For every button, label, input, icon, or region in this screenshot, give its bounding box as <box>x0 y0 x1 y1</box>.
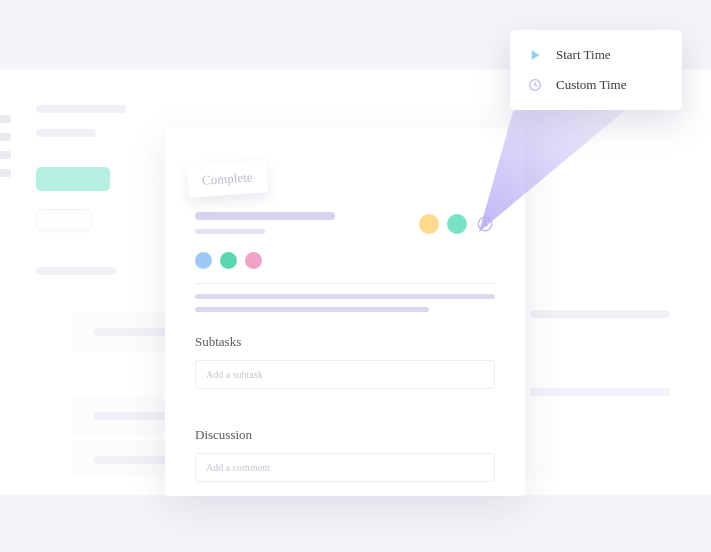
time-tracking-button[interactable] <box>475 214 495 234</box>
divider <box>195 283 495 284</box>
avatar[interactable] <box>447 214 467 234</box>
active-project-pill <box>36 167 110 191</box>
label-dot[interactable] <box>245 252 262 269</box>
label-dots <box>195 252 495 269</box>
subtasks-heading: Subtasks <box>195 334 495 350</box>
sidebar-skeleton <box>0 115 11 123</box>
avatar[interactable] <box>419 214 439 234</box>
add-comment-input[interactable] <box>195 453 495 482</box>
mini-sidebar <box>0 115 11 177</box>
label-dot[interactable] <box>195 252 212 269</box>
time-popup: Start Time Custom Time <box>510 30 682 110</box>
right-column-skeleton <box>530 310 670 466</box>
task-title-skeleton <box>195 212 335 220</box>
custom-time-option[interactable]: Custom Time <box>520 72 672 98</box>
add-subtask-input[interactable] <box>195 360 495 389</box>
label-dot[interactable] <box>220 252 237 269</box>
complete-button[interactable]: Complete <box>187 160 268 197</box>
start-time-option[interactable]: Start Time <box>520 42 672 68</box>
list-skeleton <box>36 129 96 137</box>
clock-icon <box>526 76 544 94</box>
left-list <box>36 105 156 291</box>
sidebar-skeleton <box>0 151 11 159</box>
play-icon <box>526 46 544 64</box>
project-pill <box>36 209 92 231</box>
sidebar-skeleton <box>0 133 11 141</box>
sidebar-skeleton <box>0 169 11 177</box>
list-skeleton <box>36 105 126 113</box>
clock-icon <box>476 215 494 233</box>
discussion-heading: Discussion <box>195 427 495 443</box>
start-time-label: Start Time <box>556 47 611 63</box>
task-meta-row <box>419 214 495 234</box>
custom-time-label: Custom Time <box>556 77 626 93</box>
task-subtitle-skeleton <box>195 229 265 234</box>
description-skeleton <box>195 294 495 299</box>
description-skeleton <box>195 307 429 312</box>
list-skeleton <box>36 267 116 275</box>
